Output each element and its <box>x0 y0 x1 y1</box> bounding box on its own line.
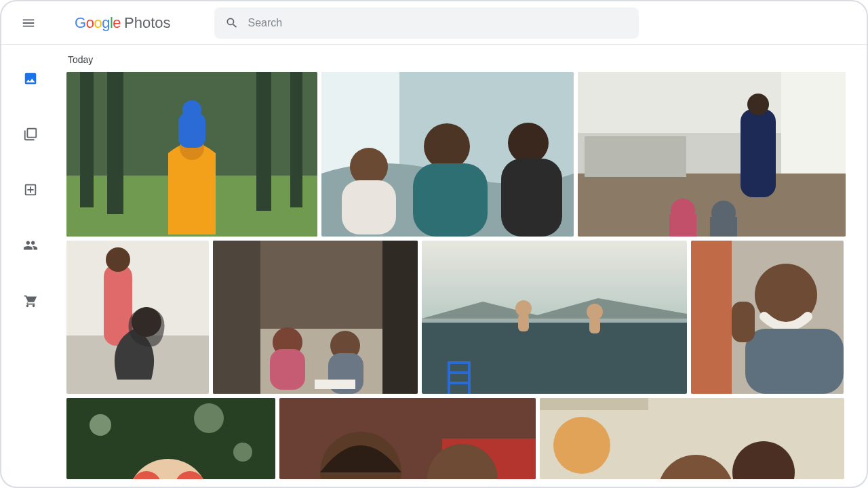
hamburger-icon <box>21 16 36 30</box>
svg-rect-36 <box>382 241 418 394</box>
grid-row <box>66 72 860 237</box>
svg-point-11 <box>350 148 388 186</box>
sidebar-item-sharing[interactable] <box>17 232 44 259</box>
svg-rect-12 <box>342 180 396 235</box>
photo-thumbnail[interactable] <box>691 241 844 394</box>
photo-thumbnail[interactable] <box>422 241 687 394</box>
svg-rect-4 <box>256 72 271 211</box>
photo-thumbnail[interactable] <box>578 72 846 237</box>
date-section-header: Today <box>68 54 860 65</box>
svg-rect-2 <box>80 72 94 207</box>
svg-rect-50 <box>691 241 732 394</box>
sidebar-item-print-store[interactable] <box>17 287 44 314</box>
svg-point-56 <box>194 403 224 433</box>
grid-row <box>66 398 860 479</box>
svg-rect-16 <box>501 159 562 237</box>
svg-point-57 <box>233 443 252 462</box>
svg-point-67 <box>553 417 610 474</box>
svg-point-31 <box>106 247 130 272</box>
svg-rect-41 <box>315 380 355 389</box>
photo-thumbnail[interactable] <box>66 72 317 237</box>
search-icon <box>225 16 239 30</box>
svg-rect-22 <box>741 109 776 197</box>
svg-point-55 <box>90 414 111 436</box>
svg-rect-14 <box>413 163 488 237</box>
svg-point-13 <box>424 123 470 169</box>
svg-rect-35 <box>213 241 260 394</box>
people-icon <box>23 238 38 253</box>
app-logo[interactable]: Google Photos <box>75 14 171 32</box>
left-sidebar <box>1 45 60 487</box>
search-bar[interactable] <box>214 7 639 39</box>
upload-icon <box>23 182 38 197</box>
grid-row <box>66 241 860 394</box>
svg-rect-53 <box>732 302 755 342</box>
svg-rect-44 <box>422 319 687 323</box>
svg-rect-25 <box>669 214 696 237</box>
svg-rect-46 <box>518 314 529 331</box>
product-name: Photos <box>124 14 171 32</box>
svg-rect-38 <box>270 349 305 390</box>
app-frame: Google Photos Today <box>0 0 868 488</box>
svg-rect-48 <box>589 317 600 333</box>
google-wordmark: Google <box>75 14 121 32</box>
search-input[interactable] <box>248 17 628 29</box>
svg-rect-52 <box>745 329 844 394</box>
photo-thumbnail[interactable] <box>66 241 209 394</box>
image-icon <box>23 71 38 86</box>
svg-rect-21 <box>585 136 686 177</box>
photo-thumbnail[interactable] <box>66 398 275 479</box>
top-bar: Google Photos <box>1 1 867 45</box>
svg-rect-27 <box>710 217 737 237</box>
albums-icon <box>23 127 38 142</box>
svg-rect-68 <box>540 398 648 410</box>
svg-point-8 <box>182 100 201 119</box>
svg-rect-3 <box>107 72 123 214</box>
sidebar-item-albums[interactable] <box>17 121 44 148</box>
svg-point-15 <box>508 123 549 163</box>
photo-thumbnail[interactable] <box>540 398 844 479</box>
photo-feed: Today <box>60 45 867 487</box>
main-menu-button[interactable] <box>12 7 45 39</box>
svg-rect-19 <box>781 72 846 180</box>
svg-point-23 <box>747 94 769 115</box>
photo-thumbnail[interactable] <box>321 72 574 237</box>
cart-icon <box>23 293 38 308</box>
photo-thumbnail[interactable] <box>213 241 418 394</box>
photo-thumbnail[interactable] <box>279 398 536 479</box>
svg-rect-5 <box>290 72 302 207</box>
sidebar-item-photos[interactable] <box>17 65 44 92</box>
photo-grid <box>66 72 860 479</box>
sidebar-item-upload[interactable] <box>17 176 44 203</box>
